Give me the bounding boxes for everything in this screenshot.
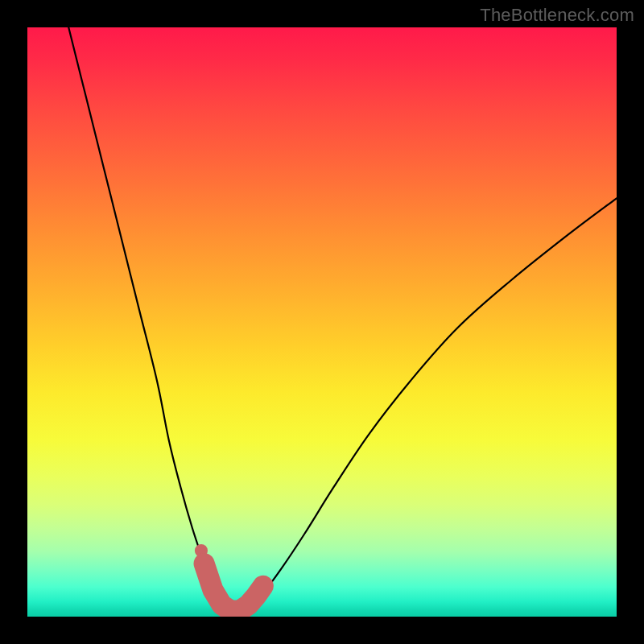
plot-area xyxy=(27,27,617,617)
chart-frame: TheBottleneck.com xyxy=(0,0,644,644)
curve-layer xyxy=(27,27,617,617)
marker-band xyxy=(204,564,263,611)
highlight-markers xyxy=(195,544,263,611)
watermark-text: TheBottleneck.com xyxy=(480,5,634,26)
bottleneck-curve xyxy=(68,27,617,613)
